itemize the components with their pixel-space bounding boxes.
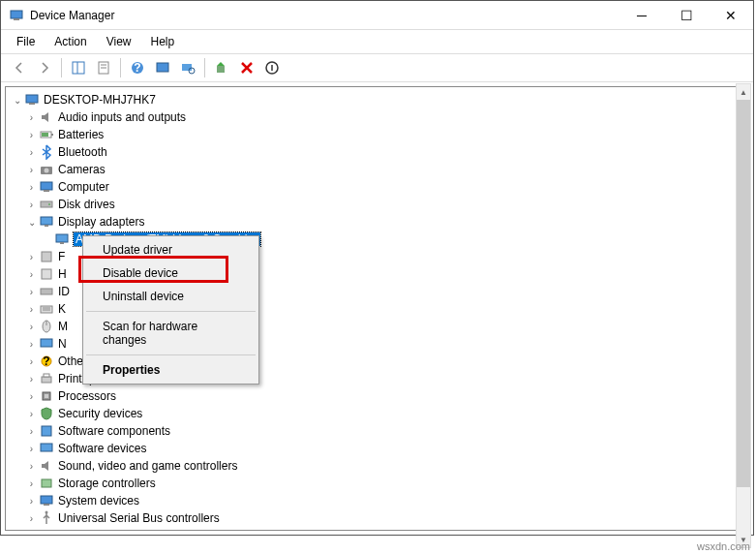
expand-icon[interactable]: › [24, 165, 39, 175]
display-icon [54, 231, 70, 247]
category-sound[interactable]: ›Sound, video and game controllers [6, 457, 748, 475]
menubar: File Action View Help [1, 30, 753, 54]
category-processors[interactable]: ›Processors [6, 387, 748, 405]
expand-icon[interactable]: › [24, 513, 39, 524]
back-button[interactable] [9, 57, 30, 78]
svg-rect-22 [44, 190, 49, 192]
ctx-scan-hardware[interactable]: Scan for hardware changes [85, 315, 257, 352]
svg-point-24 [48, 203, 50, 205]
svg-rect-43 [45, 394, 48, 398]
svg-rect-41 [44, 374, 49, 377]
category-cameras[interactable]: ›Cameras [6, 161, 748, 178]
expand-icon[interactable]: › [24, 409, 39, 419]
svg-rect-27 [56, 234, 68, 242]
category-disk-drives[interactable]: ›Disk drives [6, 196, 748, 213]
expand-icon[interactable]: › [24, 112, 39, 123]
expand-icon[interactable]: › [24, 496, 39, 507]
svg-rect-15 [29, 103, 35, 105]
app-icon [9, 8, 24, 23]
expand-icon[interactable]: › [24, 269, 39, 280]
ctx-update-driver[interactable]: Update driver [85, 238, 257, 262]
minimize-button[interactable]: ─ [620, 1, 664, 30]
menu-file[interactable]: File [7, 32, 45, 51]
bluetooth-icon [39, 144, 54, 160]
expand-icon[interactable]: › [24, 147, 39, 158]
expand-icon[interactable]: › [24, 182, 39, 193]
close-button[interactable]: ✕ [709, 1, 753, 30]
menu-view[interactable]: View [97, 32, 141, 51]
ctx-properties[interactable]: Properties [85, 358, 257, 382]
svg-rect-23 [41, 201, 52, 207]
forward-button[interactable] [34, 57, 55, 78]
svg-rect-9 [157, 63, 168, 72]
category-bluetooth[interactable]: ›Bluetooth [6, 143, 748, 161]
expand-icon[interactable]: › [24, 374, 39, 385]
audio-icon [39, 109, 54, 125]
cpu-icon [39, 388, 54, 404]
camera-icon [39, 162, 54, 177]
scroll-thumb[interactable] [737, 100, 750, 487]
svg-rect-47 [41, 496, 52, 504]
category-security-devices[interactable]: ›Security devices [6, 405, 748, 422]
svg-rect-40 [42, 377, 51, 383]
network-icon [39, 336, 54, 352]
expand-icon[interactable]: › [24, 252, 39, 262]
action-button[interactable] [152, 57, 173, 78]
menu-action[interactable]: Action [45, 32, 96, 51]
maximize-button[interactable]: ☐ [664, 1, 709, 30]
category-storage[interactable]: ›Storage controllers [6, 475, 748, 492]
expand-icon[interactable]: › [24, 304, 39, 315]
scan-hardware-button[interactable] [177, 57, 198, 78]
security-icon [39, 406, 54, 421]
svg-text:?: ? [134, 61, 140, 75]
category-usb[interactable]: ›Universal Serial Bus controllers [6, 509, 748, 527]
expand-icon[interactable]: › [24, 287, 39, 297]
context-menu: Update driver Disable device Uninstall d… [82, 235, 259, 385]
show-hide-console-button[interactable] [68, 57, 89, 78]
collapse-icon[interactable]: ⌄ [24, 217, 39, 228]
expand-icon[interactable]: › [24, 130, 39, 140]
storage-icon [39, 476, 54, 491]
category-software-components[interactable]: ›Software components [6, 422, 748, 440]
svg-rect-1 [14, 18, 19, 20]
svg-rect-14 [26, 95, 38, 103]
software-icon [39, 423, 54, 439]
expand-icon[interactable]: › [24, 444, 39, 454]
root-label: DESKTOP-MHJ7HK7 [44, 93, 156, 107]
keyboard-icon [39, 301, 54, 317]
svg-rect-12 [217, 66, 225, 73]
svg-rect-26 [45, 225, 48, 227]
expand-icon[interactable]: › [24, 478, 39, 489]
expand-icon[interactable]: › [24, 200, 39, 210]
category-software-devices[interactable]: ›Software devices [6, 440, 748, 457]
svg-rect-45 [41, 444, 52, 451]
disable-button[interactable] [261, 57, 283, 78]
category-computer[interactable]: ›Computer [6, 178, 748, 196]
category-audio[interactable]: ›Audio inputs and outputs [6, 108, 748, 126]
vertical-scrollbar[interactable]: ▲ ▼ [736, 83, 751, 548]
expand-icon[interactable]: › [24, 356, 39, 367]
printer-icon [39, 371, 54, 386]
expand-icon[interactable]: › [24, 391, 39, 402]
ctx-uninstall-device[interactable]: Uninstall device [85, 285, 257, 308]
ctx-separator [86, 354, 256, 355]
help-button[interactable]: ? [127, 57, 148, 78]
scroll-up-icon[interactable]: ▲ [737, 84, 750, 100]
expand-icon[interactable]: › [24, 322, 39, 332]
collapse-icon[interactable]: ⌄ [10, 95, 24, 106]
uninstall-button[interactable] [236, 57, 257, 78]
category-display-adapters[interactable]: ⌄Display adapters [6, 213, 748, 231]
update-driver-button[interactable] [211, 57, 232, 78]
properties-button[interactable] [93, 57, 114, 78]
expand-icon[interactable]: › [24, 461, 39, 472]
category-batteries[interactable]: ›Batteries [6, 126, 748, 143]
ctx-disable-device[interactable]: Disable device [85, 262, 257, 285]
svg-rect-21 [41, 182, 52, 190]
category-system-devices[interactable]: ›System devices [6, 492, 748, 509]
menu-help[interactable]: Help [141, 32, 185, 51]
sound-icon [39, 458, 54, 474]
expand-icon[interactable]: › [24, 339, 39, 350]
expand-icon[interactable]: › [24, 426, 39, 437]
root-node[interactable]: ⌄ DESKTOP-MHJ7HK7 [6, 91, 748, 108]
disk-icon [39, 197, 54, 212]
